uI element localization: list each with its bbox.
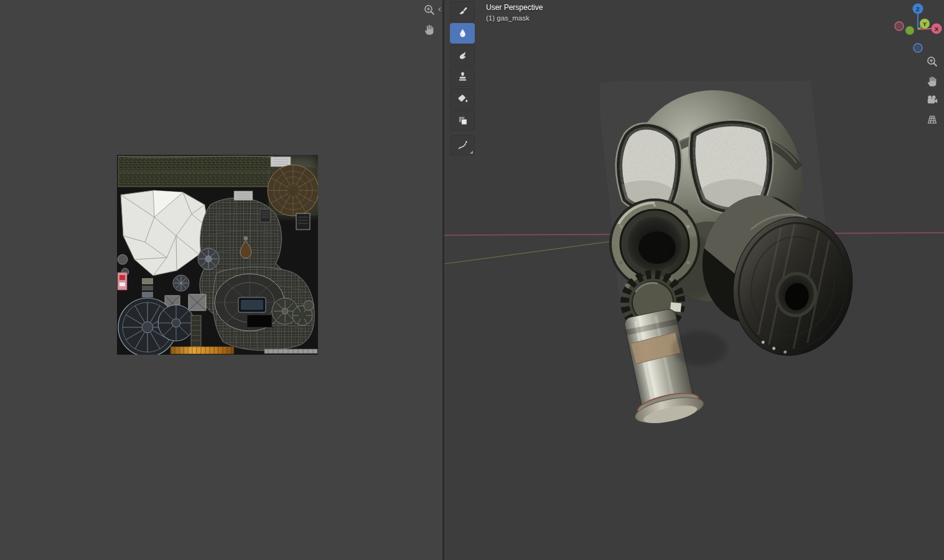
tool-mask-button[interactable]: [450, 110, 475, 131]
view-perspective-label: User Perspective: [486, 2, 543, 13]
uv-filter-circle: [268, 165, 318, 216]
viewport-nav-buttons: [924, 54, 940, 131]
gizmo-neg-x-ball[interactable]: [895, 22, 904, 30]
uv-orange-strip: [171, 347, 234, 354]
blender-window: { "image_editor": { "nav": { "zoom_icon"…: [0, 0, 944, 560]
editor-pan-icon[interactable]: [421, 21, 437, 37]
region-collapse-icon[interactable]: ‹: [438, 4, 441, 14]
tool-smear-button[interactable]: [450, 45, 475, 65]
viewport-header: User Perspective (1) gas_mask: [486, 2, 543, 24]
mask-squares-icon: [457, 114, 469, 126]
gizmo-z-ball[interactable]: Z: [913, 4, 923, 14]
uv-panel-ellipse: [215, 274, 284, 331]
viewport-projection-icon[interactable]: [924, 111, 940, 128]
uv-dark-frame: [296, 213, 310, 230]
viewport-zoom-icon[interactable]: [924, 54, 940, 70]
gizmo-neg-y-ball[interactable]: [905, 26, 914, 35]
draw-brush-icon: [457, 6, 469, 17]
tool-clone-button[interactable]: [450, 67, 475, 87]
clone-stamp-icon: [457, 71, 469, 83]
svg-text:Y: Y: [923, 21, 927, 27]
svg-text:X: X: [935, 26, 939, 32]
tool-draw-button[interactable]: [450, 1, 475, 22]
gas-mask-render[interactable]: [600, 81, 867, 429]
tool-annotate-button[interactable]: [450, 135, 475, 156]
viewport-pan-icon[interactable]: [924, 73, 940, 89]
viewport-camera-icon[interactable]: [924, 92, 940, 108]
svg-text:Z: Z: [916, 6, 920, 12]
tool-soften-button[interactable]: [450, 23, 475, 44]
annotate-pen-icon: [457, 139, 469, 151]
uv-right-gears: [272, 298, 314, 325]
viewport-3d[interactable]: User Perspective (1) gas_mask Z X Y: [444, 0, 944, 560]
gizmo-x-ball[interactable]: X: [932, 24, 942, 34]
soften-droplet-icon: [457, 27, 469, 39]
active-object-label: (1) gas_mask: [486, 13, 543, 24]
smear-finger-icon: [457, 49, 469, 61]
navigation-gizmo[interactable]: Z X Y: [894, 2, 942, 54]
image-editor-pane[interactable]: ‹: [0, 0, 442, 560]
mask-shadow: [672, 331, 727, 366]
gizmo-neg-z-ball[interactable]: [914, 44, 922, 52]
uv-gray-strip: [264, 349, 317, 353]
tool-fill-button[interactable]: [450, 88, 475, 109]
texture-paint-toolbar: [450, 1, 475, 157]
editor-zoom-icon[interactable]: [421, 2, 437, 18]
gizmo-y-ball[interactable]: Y: [920, 19, 930, 29]
fill-bucket-icon: [457, 93, 469, 105]
uv-ladder-strap: [191, 315, 201, 347]
uv-texture-image[interactable]: [117, 155, 318, 355]
